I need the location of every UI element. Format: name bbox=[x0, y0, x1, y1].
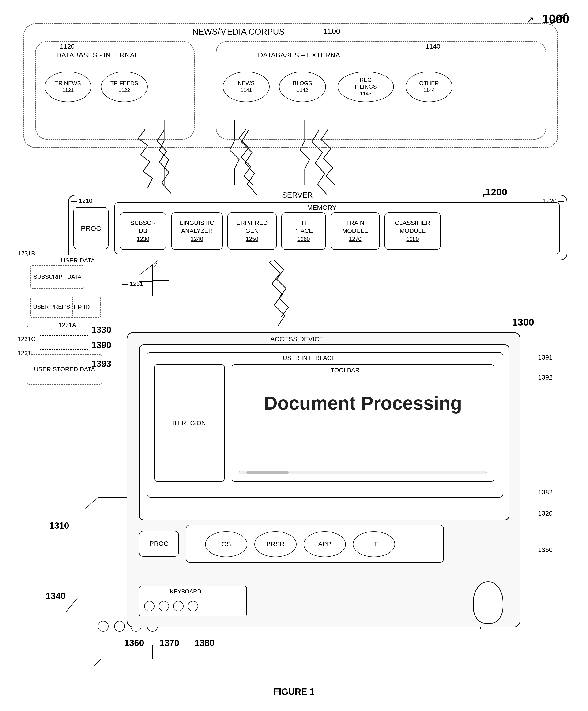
keyboard-keys bbox=[144, 601, 198, 611]
db-external-label: DATABASES – EXTERNAL bbox=[258, 51, 344, 59]
ref-1330: 1330 bbox=[91, 325, 111, 335]
news-ellipse: NEWS1141 bbox=[223, 71, 270, 102]
svg-line-26 bbox=[66, 598, 77, 612]
reg-filings-ellipse: REGFILINGS1143 bbox=[338, 71, 394, 102]
memory-label: MEMORY bbox=[307, 204, 337, 212]
iit-region-label: IIT REGION bbox=[173, 419, 206, 427]
classifier-module-label: CLASSIFIERMODULE1280 bbox=[395, 219, 430, 243]
proc-box: PROC bbox=[73, 207, 109, 249]
user-stored-data-label: USER STORED DATA bbox=[34, 365, 95, 373]
news-label: NEWS1141 bbox=[238, 80, 255, 93]
linguistic-analyzer-box: LINGUISTICANALYZER1240 bbox=[171, 212, 223, 250]
svg-line-21 bbox=[84, 497, 98, 509]
scrollbar-thumb bbox=[246, 471, 289, 474]
figure-caption: FIGURE 1 bbox=[247, 687, 341, 697]
tr-news-ellipse: TR NEWS1121 bbox=[45, 71, 91, 102]
iit-iface-box: IITI'FACE1260 bbox=[281, 212, 326, 250]
other-label: OTHER1144 bbox=[419, 80, 439, 93]
access-device-label: ACCESS DEVICE bbox=[268, 336, 326, 343]
ref-1310: 1310 bbox=[49, 521, 69, 531]
keyboard-box: KEYBOARD bbox=[139, 586, 247, 617]
brsr-ellipse: BRSR bbox=[254, 531, 297, 557]
ref-1350: 1350 bbox=[538, 546, 552, 554]
keyboard-label: KEYBOARD bbox=[170, 588, 201, 595]
reg-filings-label: REGFILINGS1143 bbox=[355, 77, 377, 97]
user-stored-data-box: USER STORED DATA bbox=[27, 354, 102, 385]
erp-pred-gen-box: ERP/PREDGEN1250 bbox=[227, 212, 277, 250]
iit-region-box: IIT REGION bbox=[154, 364, 225, 481]
proc-label: PROC bbox=[81, 224, 101, 233]
toolbar-box: TOOLBAR Document Processing bbox=[232, 364, 494, 481]
tr-feeds-ellipse: TR FEEDS1122 bbox=[101, 71, 148, 102]
ref-1200: 1200 bbox=[485, 187, 507, 198]
corpus-label: NEWS/MEDIA CORPUS bbox=[192, 27, 285, 37]
ref-1380: 1380 bbox=[195, 638, 214, 648]
os-label: OS bbox=[222, 540, 231, 548]
ref-1231: — 1231 bbox=[122, 280, 143, 287]
mouse-shape bbox=[473, 581, 503, 624]
ref-1391: 1391 bbox=[538, 354, 552, 361]
subscript-data-label: SUBSCRIPT DATA bbox=[33, 273, 81, 280]
subscript-data-box: SUBSCRIPT DATA bbox=[30, 265, 84, 288]
user-pref-box: USER PREF'S bbox=[30, 296, 73, 318]
db-internal-label: DATABASES - INTERNAL bbox=[56, 51, 139, 59]
os-ellipse: OS bbox=[205, 531, 247, 557]
server-box: SERVER — 1210 1220 — PROC MEMORY SUBSCRD… bbox=[68, 195, 567, 260]
tr-news-label: TR NEWS1121 bbox=[55, 80, 81, 93]
app-label: APP bbox=[318, 540, 331, 548]
svg-point-12 bbox=[98, 621, 108, 631]
classifier-module-box: CLASSIFIERMODULE1280 bbox=[384, 212, 441, 250]
proc-access-box: PROC bbox=[139, 531, 179, 557]
ref-1370: 1370 bbox=[159, 638, 179, 648]
ref-1231c: 1231C bbox=[18, 336, 36, 343]
iit-iface-label: IITI'FACE1260 bbox=[294, 219, 313, 243]
iit-label: IIT bbox=[370, 540, 378, 548]
ref-1360: 1360 bbox=[124, 638, 144, 648]
ref-1340: 1340 bbox=[46, 591, 66, 601]
ref-1231a: 1231A bbox=[59, 321, 76, 329]
train-module-label: TRAINMODULE1270 bbox=[342, 219, 368, 243]
toolbar-label: TOOLBAR bbox=[331, 367, 360, 374]
erp-pred-gen-label: ERP/PREDGEN1250 bbox=[236, 219, 268, 243]
app-ellipse: APP bbox=[303, 531, 346, 557]
user-pref-label: USER PREF'S bbox=[33, 303, 70, 310]
ref-1100: 1100 bbox=[323, 27, 340, 36]
blogs-label: BLOGS1142 bbox=[293, 80, 312, 93]
tr-feeds-label: TR FEEDS1122 bbox=[110, 80, 138, 93]
access-device-box: ACCESS DEVICE USER INTERFACE IIT REGION … bbox=[127, 332, 520, 627]
ref-1300: 1300 bbox=[512, 317, 534, 328]
user-interface-label: USER INTERFACE bbox=[281, 354, 337, 362]
brsr-label: BRSR bbox=[266, 540, 285, 548]
user-interface-area: USER INTERFACE IIT REGION TOOLBAR Docume… bbox=[147, 352, 503, 498]
ref-1392: 1392 bbox=[538, 374, 552, 381]
train-module-box: TRAINMODULE1270 bbox=[331, 212, 380, 250]
arrow-1200: ⌐ bbox=[483, 190, 488, 200]
iit-ellipse: IIT bbox=[353, 531, 395, 557]
memory-box: MEMORY SUBSCRDB1230 LINGUISTICANALYZER12… bbox=[114, 202, 560, 254]
ref-1320: 1320 bbox=[538, 510, 552, 517]
proc-access-label: PROC bbox=[150, 540, 168, 548]
ref-1390: 1390 bbox=[91, 340, 111, 350]
screen-area: USER INTERFACE IIT REGION TOOLBAR Docume… bbox=[139, 344, 510, 520]
subscr-db-box: SUBSCRDB1230 bbox=[119, 212, 166, 250]
ref-1382: 1382 bbox=[538, 489, 552, 496]
diagram: 1000 ↗ NEWS/MEDIA CORPUS 1100 — 1120 DAT… bbox=[0, 0, 588, 711]
other-ellipse: OTHER1144 bbox=[406, 71, 452, 102]
user-data-header: USER DATA bbox=[61, 257, 95, 264]
linguistic-analyzer-label: LINGUISTICANALYZER1240 bbox=[180, 219, 214, 243]
ref-1210: — 1210 bbox=[71, 197, 92, 204]
mouse-line bbox=[488, 585, 488, 604]
svg-point-13 bbox=[114, 621, 125, 631]
blogs-ellipse: BLOGS1142 bbox=[279, 71, 326, 102]
ref-1120: — 1120 bbox=[51, 43, 74, 50]
subscr-db-label: SUBSCRDB1230 bbox=[130, 219, 156, 243]
ref-1140: — 1140 bbox=[417, 43, 440, 50]
access-memory-box: OS BRSR APP IIT bbox=[186, 525, 444, 562]
svg-line-29 bbox=[94, 659, 101, 666]
ref-1393: 1393 bbox=[91, 359, 111, 369]
doc-processing-text: Document Processing bbox=[244, 393, 482, 413]
scrollbar[interactable] bbox=[239, 471, 487, 474]
server-label: SERVER bbox=[280, 191, 315, 199]
